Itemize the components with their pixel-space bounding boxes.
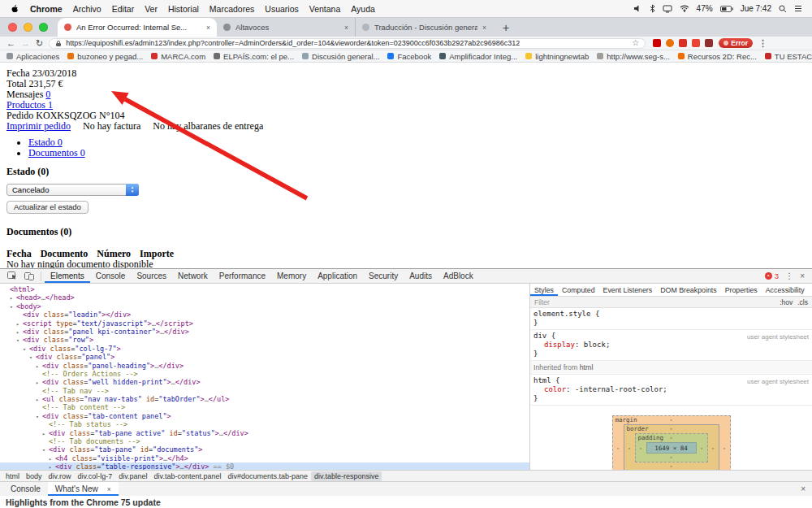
extension-icon[interactable] xyxy=(679,39,687,47)
dom-tree-node[interactable]: <!-- Tab status --> xyxy=(0,420,529,428)
dom-tree-node[interactable]: ▾<body> xyxy=(0,302,529,310)
forward-button[interactable]: → xyxy=(21,39,30,48)
sidebar-tab-dom-breakpoints[interactable]: DOM Breakpoints xyxy=(656,284,720,296)
metric-value[interactable]: - xyxy=(613,445,624,452)
dom-tree-node[interactable]: ▸<div class="tab-pane active" id="status… xyxy=(0,429,529,437)
inspect-element-icon[interactable] xyxy=(4,271,21,280)
devtools-menu-icon[interactable]: ⋮ xyxy=(785,271,793,280)
breadcrumb-item[interactable]: div.table-responsive xyxy=(311,471,382,481)
expander-icon[interactable]: ▾ xyxy=(23,345,29,354)
reload-button[interactable]: ↻ xyxy=(36,39,43,48)
tab-close-icon[interactable]: × xyxy=(206,24,210,32)
extension-icon[interactable] xyxy=(705,39,713,47)
dom-tree-node[interactable]: <div class="leadin"></div> xyxy=(0,310,529,319)
apple-menu-icon[interactable] xyxy=(10,3,19,15)
dom-tree-node[interactable]: ▸<script type="text/javascript">…</scrip… xyxy=(0,319,529,328)
bookmark-item[interactable]: http://www.seg-s... xyxy=(597,52,670,61)
drawer-tab-what-s-new[interactable]: What's New × xyxy=(48,482,119,496)
menu-item-historial[interactable]: Historial xyxy=(168,4,199,14)
breadcrumb-item[interactable]: body xyxy=(23,471,45,481)
menubar-clock[interactable]: Jue 7:42 xyxy=(741,4,771,13)
bluetooth-icon[interactable] xyxy=(650,4,655,13)
menu-item-archivo[interactable]: Archivo xyxy=(73,4,102,14)
order-nav-link[interactable]: Documentos 0 xyxy=(28,147,85,158)
dom-tree-node[interactable]: <html> xyxy=(0,285,529,293)
margin-box[interactable]: margin- - border- - padding- - xyxy=(612,415,731,470)
dom-tree-node[interactable]: <!-- Tab content --> xyxy=(0,403,529,411)
dom-tree-node[interactable]: <!-- Orders Actions --> xyxy=(0,370,529,378)
drawer-close-icon[interactable]: × xyxy=(794,484,812,493)
devtools-tab-audits[interactable]: Audits xyxy=(404,269,438,283)
metric-value[interactable]: - xyxy=(636,445,646,452)
actualizar-estado-button[interactable]: Actualizar el estado xyxy=(6,201,89,214)
breadcrumb-item[interactable]: div.row xyxy=(45,471,75,481)
drawer-tab-console[interactable]: Console xyxy=(3,482,48,496)
order-info-link[interactable]: 0 xyxy=(45,89,50,100)
dom-tree-node[interactable]: ▸<head>…</head> xyxy=(0,293,529,302)
address-bar[interactable]: https://equiposhifi.es/admin123/index.ph… xyxy=(49,38,646,49)
inherited-from-target[interactable]: html xyxy=(580,363,594,371)
bookmark-star-icon[interactable]: ☆ xyxy=(632,39,639,47)
dom-tree-node[interactable]: <!-- Tab documents --> xyxy=(0,437,529,445)
devtools-tab-console[interactable]: Console xyxy=(90,269,132,283)
sidebar-tab-computed[interactable]: Computed xyxy=(558,284,599,296)
breadcrumb-item[interactable]: div.col-lg-7 xyxy=(74,471,115,481)
console-error-badge[interactable]: ×3 xyxy=(765,271,779,280)
browser-tab[interactable]: Altavoces× xyxy=(217,18,355,37)
order-info-link[interactable]: Imprimir pedido xyxy=(6,120,71,132)
profile-error-chip[interactable]: Error xyxy=(719,38,753,48)
new-tab-button[interactable]: + xyxy=(498,22,514,33)
extension-icon[interactable] xyxy=(653,39,661,47)
bookmark-item[interactable]: Discusión general... xyxy=(302,52,379,61)
breadcrumb-item[interactable]: html xyxy=(2,471,23,481)
device-toolbar-icon[interactable] xyxy=(21,271,37,280)
extension-icon[interactable] xyxy=(692,39,700,47)
style-rule[interactable]: div {user agent stylesheetdisplay: block… xyxy=(530,330,812,361)
dom-tree-node[interactable]: ▸<ul class="nav nav-tabs" id="tabOrder">… xyxy=(0,395,529,403)
expander-icon[interactable]: ▾ xyxy=(36,413,42,421)
menu-item-editar[interactable]: Editar xyxy=(112,4,134,14)
metric-value[interactable]: - xyxy=(669,416,673,423)
sidebar-tab-accessibility[interactable]: Accessibility xyxy=(762,284,809,296)
dom-tree-node[interactable]: ▸<div class="table-responsive">…</div> =… xyxy=(0,462,529,470)
metric-value[interactable]: - xyxy=(669,462,673,470)
css-property[interactable]: color: -internal-root-color; xyxy=(533,385,809,394)
menu-item-ver[interactable]: Ver xyxy=(145,4,158,14)
zoom-window-button[interactable] xyxy=(39,23,48,32)
metric-value[interactable]: - xyxy=(624,445,635,452)
expander-icon[interactable]: ▾ xyxy=(29,354,36,362)
spotlight-icon[interactable] xyxy=(779,5,787,13)
breadcrumb-item[interactable]: div.panel xyxy=(115,471,150,481)
menu-item-ayuda[interactable]: Ayuda xyxy=(351,4,375,14)
expander-icon[interactable]: ▾ xyxy=(16,336,23,345)
bookmark-item[interactable]: TU ESTACIÓN DE... xyxy=(765,52,812,61)
tab-close-icon[interactable]: × xyxy=(482,24,486,32)
order-info-link[interactable]: Productos 1 xyxy=(6,99,53,111)
metric-value[interactable]: - xyxy=(719,445,730,452)
devtools-close-icon[interactable]: × xyxy=(800,271,805,280)
back-button[interactable]: ← xyxy=(6,39,15,48)
styles-filter-input[interactable]: Filter xyxy=(534,298,550,306)
devtools-tab-elements[interactable]: Elements xyxy=(45,269,90,283)
menu-item-usuarios[interactable]: Usuarios xyxy=(265,4,298,14)
estado-select[interactable]: Cancelado ▲▼ xyxy=(6,184,139,196)
expander-icon[interactable]: ▾ xyxy=(42,446,49,454)
hov-toggle[interactable]: :hov xyxy=(780,298,793,306)
dom-tree-node[interactable]: ▸<div class="panel kpi-container">…</div… xyxy=(0,328,529,336)
border-box[interactable]: border- - padding- - 1649 × 84 - xyxy=(624,424,719,470)
dom-tree-node[interactable]: ▾<div class="panel"> xyxy=(0,353,529,361)
expander-icon[interactable]: ▸ xyxy=(49,463,55,470)
metric-value[interactable]: - xyxy=(669,454,673,461)
bookmark-item[interactable]: Recursos 2D: Rec... xyxy=(678,52,757,61)
metric-value[interactable]: - xyxy=(697,445,707,452)
dom-tree-node[interactable]: ▾<div class="col-lg-7"> xyxy=(0,345,529,353)
metric-value[interactable]: - xyxy=(669,425,673,432)
devtools-tab-performance[interactable]: Performance xyxy=(214,269,271,283)
style-rule[interactable]: html {user agent stylesheetcolor: -inter… xyxy=(530,375,812,406)
dom-tree-node[interactable]: ▾<div class="tab-content panel"> xyxy=(0,412,529,420)
bookmark-item[interactable]: Facebook xyxy=(387,52,431,61)
ssl-lock-icon[interactable] xyxy=(55,40,62,47)
devtools-tab-adblock[interactable]: AdBlock xyxy=(438,269,479,283)
bookmark-item[interactable]: lightningnewtab xyxy=(525,52,589,61)
close-window-button[interactable] xyxy=(8,23,17,32)
